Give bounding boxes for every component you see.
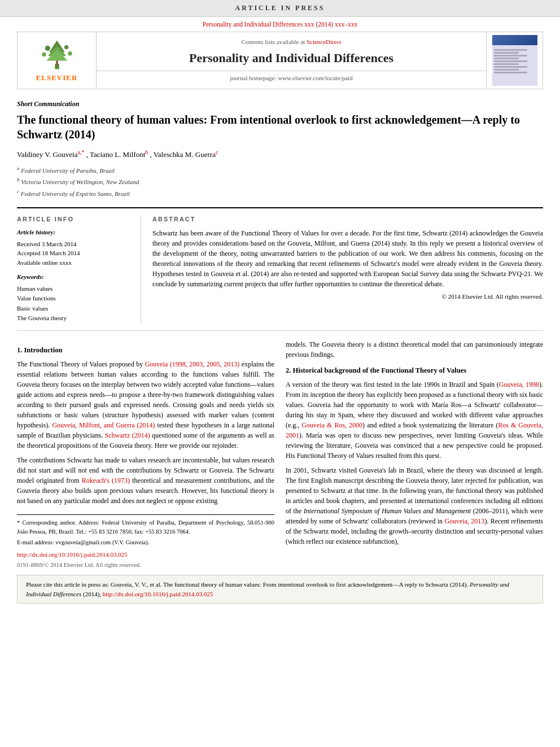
journal-title: Personality and Individual Differences [189,50,393,67]
keywords-label: Keywords: [17,273,132,281]
journal-link[interactable]: Personality and Individual Differences x… [203,21,357,28]
keyword-1: Human values [17,284,132,294]
author-1: Valdiney V. Gouveiaa,* [17,150,86,159]
citation-box: Please cite this article in press as: Go… [17,575,543,604]
keyword-4: The Gouveia theory [17,313,132,324]
history-label: Article history: [17,228,132,237]
section1-cont: models. The Gouveia theory is a distinct… [286,339,543,360]
journal-homepage: journal homepage: www.elsevier.com/locat… [97,71,486,82]
body-left-col: 1. Introduction The Functional Theory of… [17,339,274,569]
journal-header-center: Contents lists available at ScienceDirec… [97,32,486,89]
section1-para2: The contributions Schwartz has made to v… [17,455,274,506]
affiliation-1: a Federal University of Paraíba, Brazil [17,164,543,176]
ref-schwartz-2014[interactable]: Schwartz (2014) [105,431,150,439]
elsevier-wordmark: ELSEVIER [36,73,78,83]
article-content: Short Communication The functional theor… [0,89,560,609]
svg-point-6 [64,45,68,49]
section1-para1: The Functional Theory of Values proposed… [17,359,274,451]
keywords-section: Keywords: Human values Value functions B… [17,273,132,324]
affiliation-3: c Federal University of Espírito Santo, … [17,187,543,199]
section2-heading: 2. Historical background of the Function… [286,365,543,376]
info-abstract-section: ARTICLE INFO Article history: Received 3… [17,207,543,331]
ref-gouveia-ros[interactable]: Gouveia & Ros, 2000 [301,421,362,429]
svg-point-7 [42,53,46,56]
footnotes-area: * Corresponding author. Address: Federal… [17,514,274,570]
article-info-heading: ARTICLE INFO [17,215,132,224]
article-in-press-banner: ARTICLE IN PRESS [0,0,560,17]
copyright-bottom: 0191-8869/© 2014 Elsevier Ltd. All right… [17,561,274,570]
abstract-column: ABSTRACT Schwartz has been aware of the … [152,215,543,324]
footnote-corresponding: * Corresponding author. Address: Federal… [17,518,274,536]
abstract-text: Schwartz has been aware of the Functiona… [152,228,543,289]
svg-point-5 [45,46,50,51]
affiliations: a Federal University of Paraíba, Brazil … [17,164,543,199]
ref-rokeach[interactable]: Rokeach's (1973) [82,477,130,484]
citation-doi-link[interactable]: http://dx.doi.org/10.1016/j.paid.2014.03… [103,591,213,597]
journal-header: ELSEVIER Contents lists available at Sci… [17,32,543,89]
author-2: Taciano L. Milfontb [90,150,150,159]
body-section: 1. Introduction The Functional Theory of… [17,339,543,569]
ref-gouveia-milfont[interactable]: Gouveia, Milfont, and Guerra (2014) [52,421,155,429]
ref-gouveia-1998[interactable]: Gouveia (1998, 2003, 2005, 2013) [145,360,240,368]
article-info-column: ARTICLE INFO Article history: Received 3… [17,215,141,324]
doi-link[interactable]: http://dx.doi.org/10.1016/j.paid.2014.03… [17,550,274,560]
svg-point-8 [68,51,72,55]
author-3: Valeschka M. Guerrac [154,150,218,159]
keyword-3: Basic values [17,304,132,314]
elsevier-tree-icon [34,38,80,72]
history-available: Available online xxxx [17,258,132,268]
journal-cover-image [492,35,537,86]
section2-para2: In 2001, Schwartz visited Gouveia's lab … [286,465,543,547]
ref-gouveia-2013[interactable]: Gouveia, 2013 [444,517,484,525]
history-accepted: Accepted 18 March 2014 [17,248,132,258]
affiliation-2: b Victoria University of Wellington, New… [17,176,543,187]
citation-text: Please cite this article in press as: Go… [26,581,509,597]
article-type: Short Communication [17,99,543,109]
journal-top-link: Personality and Individual Differences x… [0,17,560,32]
elsevier-logo-area: ELSEVIER [18,32,97,89]
sciencedirect-label: Contents lists available at ScienceDirec… [241,38,341,46]
keyword-2: Value functions [17,294,132,304]
section1-heading: 1. Introduction [17,345,274,356]
sciencedirect-link[interactable]: ScienceDirect [307,38,342,45]
article-title: The functional theory of human values: F… [17,112,543,142]
ref-gouveia-1998b[interactable]: Gouveia, 1998 [499,381,539,388]
footnote-email: E-mail address: vvgouveia@gmail.com (V.V… [17,538,274,547]
journal-cover-area [486,32,542,89]
abstract-copyright: © 2014 Elsevier Ltd. All rights reserved… [152,292,543,301]
cover-decoration [494,48,536,75]
history-received: Received 3 March 2014 [17,239,132,249]
section2-para1: A version of the theory was first tested… [286,379,543,461]
authors-line: Valdiney V. Gouveiaa,* , Taciano L. Milf… [17,148,543,160]
body-right-col: models. The Gouveia theory is a distinct… [286,339,543,569]
abstract-heading: ABSTRACT [152,215,543,224]
